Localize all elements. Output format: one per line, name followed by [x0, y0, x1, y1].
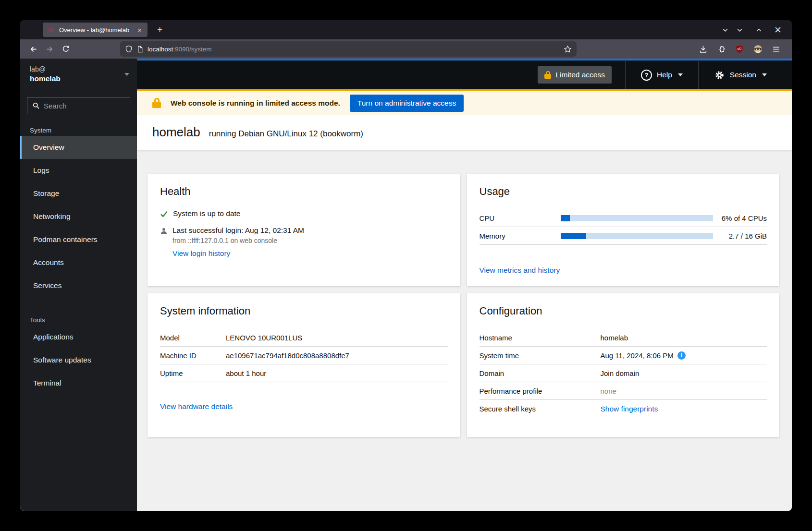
model-value: LENOVO 10UR001LUS: [226, 334, 448, 342]
session-menu[interactable]: Session: [698, 60, 792, 90]
cpu-value: 6% of 4 CPUs: [713, 214, 767, 222]
table-row: Model LENOVO 10UR001LUS: [160, 329, 448, 347]
window-shade-down-icon[interactable]: [732, 23, 747, 37]
memory-progressbar: [561, 233, 714, 239]
window-close-icon[interactable]: ✕: [771, 23, 785, 37]
debian-logo-icon: [48, 26, 55, 34]
user-icon: [160, 227, 168, 235]
turn-on-admin-access-button[interactable]: Turn on administrative access: [350, 95, 464, 112]
alert-message: Web console is running in limited access…: [171, 99, 340, 108]
hostname-label: Hostname: [480, 334, 601, 342]
url-host: localhost: [148, 46, 173, 53]
model-label: Model: [160, 334, 226, 342]
health-title: Health: [160, 185, 448, 198]
memory-label: Memory: [480, 232, 561, 240]
back-icon[interactable]: [26, 42, 40, 56]
sidebar: lab@ homelab System Overview Logs Storag…: [20, 59, 137, 511]
cpu-progressbar: [561, 215, 714, 221]
sidebar-item-terminal[interactable]: Terminal: [20, 372, 137, 395]
nav-section-label: Tools: [20, 316, 137, 326]
session-label: Session: [730, 71, 756, 79]
window-shade-up-icon[interactable]: [751, 23, 766, 37]
table-row: Uptime about 1 hour: [160, 364, 448, 382]
shield-icon[interactable]: [125, 45, 133, 53]
host-name-label: homelab: [30, 74, 124, 83]
gear-icon: [714, 70, 725, 81]
masthead: Limited access ? Help Session: [137, 59, 792, 89]
last-login-label: Last successful login: Aug 12, 02:31 AM: [172, 226, 304, 235]
system-information-title: System information: [160, 305, 448, 317]
nav-section-system: System Overview Logs Storage Networking …: [20, 127, 137, 297]
limited-access-button[interactable]: Limited access: [538, 66, 612, 84]
system-information-card: System information Model LENOVO 10UR001L…: [148, 293, 460, 437]
sidebar-item-logs[interactable]: Logs: [20, 159, 137, 182]
svg-text:uO: uO: [738, 47, 742, 50]
help-menu[interactable]: ? Help: [625, 60, 698, 90]
search-icon: [32, 102, 40, 109]
bookmark-star-icon[interactable]: [564, 45, 572, 53]
downloads-icon[interactable]: [696, 42, 710, 56]
sidebar-item-overview[interactable]: Overview: [20, 136, 137, 159]
chevron-down-icon: [762, 73, 767, 76]
chevron-down-icon: [124, 73, 129, 76]
health-card: Health System is up to date Last succes: [148, 174, 460, 286]
reload-icon[interactable]: [59, 42, 73, 56]
extensions-puzzle-icon[interactable]: [714, 42, 728, 56]
sidebar-item-accounts[interactable]: Accounts: [20, 251, 137, 274]
ublock-origin-icon[interactable]: uO: [732, 42, 747, 56]
page-info-icon[interactable]: [136, 46, 144, 53]
performance-profile-value: none: [601, 387, 767, 395]
usage-title: Usage: [480, 185, 767, 198]
sidebar-item-services[interactable]: Services: [20, 274, 137, 297]
help-question-icon: ?: [641, 70, 652, 81]
join-domain-value[interactable]: Join domain: [601, 369, 767, 377]
list-tabs-chevron-icon[interactable]: [718, 23, 732, 37]
memory-value: 2.7 / 16 GiB: [713, 232, 767, 240]
sidebar-item-networking[interactable]: Networking: [20, 205, 137, 228]
raccoon-extension-icon[interactable]: [750, 42, 765, 56]
table-row: System time Aug 11, 2024, 8:06 PM i: [480, 347, 767, 364]
view-hardware-details-link[interactable]: View hardware details: [160, 402, 233, 411]
sidebar-search[interactable]: [27, 97, 130, 114]
host-switcher[interactable]: lab@ homelab: [20, 59, 137, 89]
chevron-down-icon: [678, 73, 683, 76]
lock-icon: [152, 98, 161, 108]
cpu-label: CPU: [480, 214, 561, 222]
sidebar-item-applications[interactable]: Applications: [20, 326, 137, 349]
tab-close-icon[interactable]: ×: [135, 25, 144, 35]
limited-access-label: Limited access: [555, 71, 605, 79]
table-row: Secure shell keys Show fingerprints: [480, 400, 767, 418]
browser-tab[interactable]: Overview - lab@homelab ×: [43, 23, 148, 37]
show-fingerprints-link[interactable]: Show fingerprints: [601, 405, 767, 413]
host-user-label: lab@: [30, 65, 124, 73]
info-icon[interactable]: i: [677, 351, 686, 360]
main-pane: Limited access ? Help Session Web co: [137, 59, 792, 511]
configuration-title: Configuration: [480, 305, 767, 317]
limited-access-alert: Web console is running in limited access…: [137, 89, 792, 115]
memory-usage-row: Memory 2.7 / 16 GiB: [480, 227, 767, 245]
nav-section-tools: Tools Applications Software updates Term…: [20, 316, 137, 395]
page-header: homelab running Debian GNU/Linux 12 (boo…: [137, 115, 792, 150]
machine-id-value: ae109671ac794af18d0c808a8808dfe7: [226, 351, 448, 360]
sidebar-item-software-updates[interactable]: Software updates: [20, 349, 137, 372]
forward-icon[interactable]: [42, 42, 57, 56]
url-text[interactable]: localhost:9090/system: [148, 46, 560, 53]
page-title: homelab: [152, 125, 200, 140]
menu-hamburger-icon[interactable]: [769, 42, 783, 56]
table-row: Hostname homelab: [480, 329, 767, 347]
domain-label: Domain: [480, 369, 601, 377]
system-time-label: System time: [480, 351, 601, 360]
view-metrics-link[interactable]: View metrics and history: [480, 266, 560, 275]
machine-id-label: Machine ID: [160, 351, 226, 360]
sidebar-item-podman-containers[interactable]: Podman containers: [20, 228, 137, 251]
sidebar-item-storage[interactable]: Storage: [20, 182, 137, 205]
view-login-history-link[interactable]: View login history: [172, 249, 230, 257]
lock-icon: [544, 71, 551, 79]
search-input[interactable]: [44, 102, 125, 110]
tab-bar: Overview - lab@homelab × + ✕: [20, 20, 792, 39]
new-tab-button[interactable]: +: [153, 24, 166, 36]
browser-toolbar: localhost:9090/system uO: [20, 39, 792, 59]
url-bar[interactable]: localhost:9090/system: [120, 41, 577, 57]
check-icon: [160, 210, 168, 218]
table-row: Performance profile none: [480, 382, 767, 400]
